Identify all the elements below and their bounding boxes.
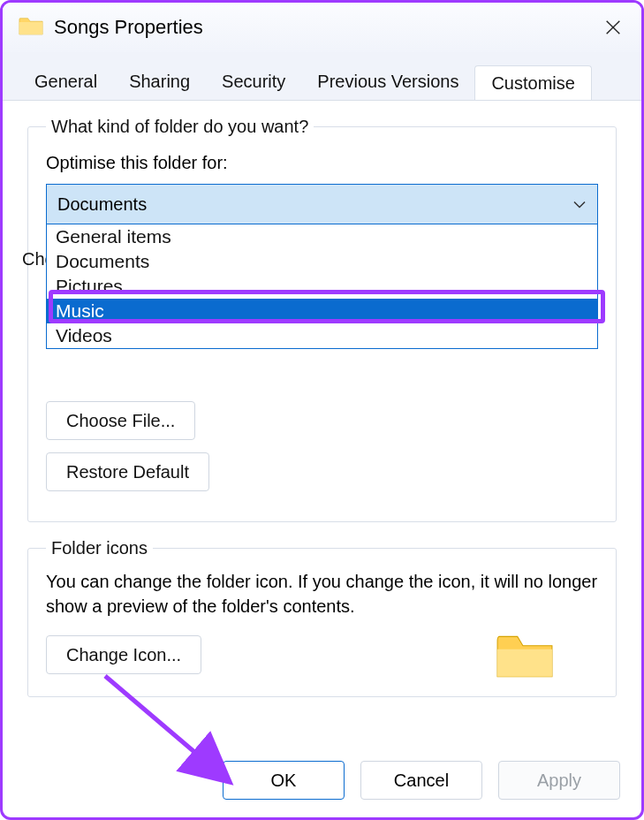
group-folder-icons: Folder icons You can change the folder i… bbox=[27, 538, 617, 697]
window-title: Songs Properties bbox=[54, 16, 203, 39]
group-folder-kind: What kind of folder do you want? Optimis… bbox=[27, 117, 617, 522]
tab-customise[interactable]: Customise bbox=[474, 65, 591, 101]
optimise-combo-list: General items Documents Pictures Music V… bbox=[46, 224, 598, 349]
tab-security[interactable]: Security bbox=[206, 65, 301, 100]
group-folder-kind-legend: What kind of folder do you want? bbox=[46, 117, 314, 137]
titlebar: Songs Properties bbox=[3, 3, 641, 52]
chevron-down-icon bbox=[572, 194, 587, 215]
tab-previous-versions[interactable]: Previous Versions bbox=[301, 65, 474, 100]
combo-option-general-items[interactable]: General items bbox=[47, 224, 597, 249]
optimise-combo[interactable]: Documents General items Documents Pictur… bbox=[46, 184, 598, 224]
close-button[interactable] bbox=[594, 8, 633, 47]
combo-option-music[interactable]: Music bbox=[47, 299, 597, 323]
folder-icon bbox=[496, 631, 554, 679]
folder-icons-desc: You can change the folder icon. If you c… bbox=[46, 569, 598, 619]
group-folder-icons-legend: Folder icons bbox=[46, 538, 153, 558]
dialog-buttons: OK Cancel Apply bbox=[223, 761, 620, 800]
change-icon-button[interactable]: Change Icon... bbox=[46, 635, 201, 674]
optimise-combo-value: Documents bbox=[57, 194, 147, 215]
close-icon bbox=[603, 18, 623, 37]
optimise-label: Optimise this folder for: bbox=[46, 153, 598, 173]
tab-general[interactable]: General bbox=[19, 65, 113, 100]
combo-option-pictures[interactable]: Pictures bbox=[47, 274, 597, 299]
tab-sharing[interactable]: Sharing bbox=[113, 65, 206, 100]
restore-default-button[interactable]: Restore Default bbox=[46, 452, 209, 491]
choose-file-button[interactable]: Choose File... bbox=[46, 401, 195, 440]
tabstrip: General Sharing Security Previous Versio… bbox=[3, 52, 641, 100]
folder-icon bbox=[19, 15, 54, 40]
apply-button: Apply bbox=[498, 761, 620, 800]
cancel-button[interactable]: Cancel bbox=[360, 761, 482, 800]
optimise-combo-box[interactable]: Documents bbox=[46, 184, 598, 224]
ok-button[interactable]: OK bbox=[223, 761, 345, 800]
tab-content: What kind of folder do you want? Optimis… bbox=[3, 100, 641, 754]
combo-option-documents[interactable]: Documents bbox=[47, 249, 597, 274]
combo-option-videos[interactable]: Videos bbox=[47, 323, 597, 348]
